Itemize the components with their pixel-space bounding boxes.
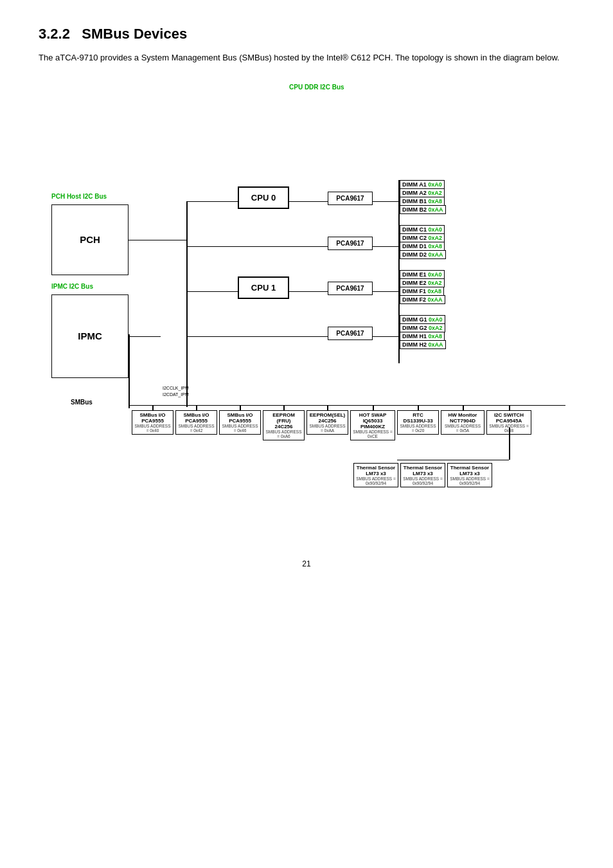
cpu0-pca2-line xyxy=(186,246,328,248)
smbus-io1: SMBus I/O PCA9555 SMBUS ADDRESS = 0x40 xyxy=(132,410,173,435)
dimm-f1: DIMM F1 0xA8 xyxy=(400,287,444,296)
ipmc-bus-label: IPMC I2C Bus xyxy=(51,283,93,290)
eeprom-fru: EEPROM (FRU) 24C256 SMBUS ADDRESS = 0xA6 xyxy=(263,410,305,440)
drop6 xyxy=(373,405,374,410)
ipmc-box: IPMC xyxy=(51,294,129,378)
cpu0-pca1-line xyxy=(289,201,328,203)
pca1-1-box: PCA9617 xyxy=(328,282,373,295)
cpu1-box: CPU 1 xyxy=(238,276,289,299)
thermal-sensor1: Thermal Sensor LM73 x3 SMBUS ADDRESS = 0… xyxy=(353,463,398,487)
dimm-d1: DIMM D1 0xA8 xyxy=(400,242,445,251)
sep1 xyxy=(186,240,188,240)
hot-swap: HOT SWAP IQ65033 PIM400KZ SMBUS ADDRESS … xyxy=(350,410,395,440)
pca4-dimm-line xyxy=(373,336,398,338)
cpu1-pca1-line xyxy=(289,291,328,293)
pca0-1-box: PCA9617 xyxy=(328,192,373,205)
smbus-io3: SMBus I/O PCA9555 SMBUS ADDRESS = 0x46 xyxy=(219,410,261,435)
dimm-c1: DIMM C1 0xA0 xyxy=(400,225,445,234)
drop7 xyxy=(418,405,419,410)
thermal-v1 xyxy=(509,428,510,460)
diagram-area: CPU DDR I2C Bus PCH Host I2C Bus IPMC I2… xyxy=(39,84,591,547)
drop3 xyxy=(240,405,241,410)
pch-line-h xyxy=(129,240,186,241)
eeprom-sel: EEPROM(SEL) 24C256 SMBUS ADDRESS = 0xAA xyxy=(306,410,348,435)
pch-box: PCH xyxy=(51,204,129,275)
dimm-e2: DIMM E2 0xA2 xyxy=(400,278,445,287)
dimm-c2: DIMM C2 0xA2 xyxy=(400,233,445,242)
cpu-ddr-bus-label: CPU DDR I2C Bus xyxy=(289,84,344,91)
page-number: 21 xyxy=(39,559,574,568)
pca0-2-box: PCA9617 xyxy=(328,237,373,250)
dimm-a1: DIMM A1 0xA0 xyxy=(400,180,445,189)
main-v-line xyxy=(186,201,188,407)
cpu1-line xyxy=(186,291,238,293)
pch-host-bus-label: PCH Host I2C Bus xyxy=(51,193,107,200)
cpu0-box: CPU 0 xyxy=(238,186,289,209)
description: The aTCA-9710 provides a System Manageme… xyxy=(39,51,574,64)
dimm-a2: DIMM A2 0xA2 xyxy=(400,188,445,197)
dimm-g1: DIMM G1 0xA0 xyxy=(400,315,445,324)
dimm-e1: DIMM E1 0xA0 xyxy=(400,270,445,279)
dimm-d2: DIMM D2 0xAA xyxy=(400,250,446,259)
cpu0-line xyxy=(186,201,238,203)
hw-monitor: HW Monitor NCT7904D SMBUS ADDRESS = 0x5A xyxy=(441,410,484,435)
section-title: 3.2.2 SMBus Devices xyxy=(39,26,574,42)
pca1-2-box: PCA9617 xyxy=(328,327,373,340)
smbus-label: SMBus xyxy=(71,399,93,406)
thermal-sensor3: Thermal Sensor LM73 x3 SMBUS ADDRESS = 0… xyxy=(447,463,492,487)
drop5 xyxy=(327,405,328,410)
dimm-b1: DIMM B1 0xA8 xyxy=(400,197,445,206)
drop2 xyxy=(196,405,197,410)
rtc: RTC DS1339U-33 SMBUS ADDRESS = 0x20 xyxy=(397,410,439,435)
pca3-dimm-line xyxy=(373,291,398,293)
ipmc-line-h xyxy=(129,336,161,338)
drop9 xyxy=(509,405,510,410)
dimm-f2: DIMM F2 0xAA xyxy=(400,295,445,304)
smbus-v-line-left xyxy=(129,334,130,408)
dimm-h1: DIMM H1 0xA8 xyxy=(400,332,445,341)
drop1 xyxy=(152,405,154,410)
pca1-dimm-line xyxy=(373,201,398,203)
cpu1-pca2-line xyxy=(186,336,328,338)
dimm-g2: DIMM G2 0xA2 xyxy=(400,323,445,332)
drop4 xyxy=(283,405,285,410)
smbus-h-line xyxy=(129,405,565,406)
i2c-clk-label: I2CCLK_IPM xyxy=(163,386,189,390)
pca2-dimm-line xyxy=(373,246,398,248)
dimm-h2: DIMM H2 0xAA xyxy=(400,340,446,349)
thermal-sensor2: Thermal Sensor LM73 x3 SMBUS ADDRESS = 0… xyxy=(400,463,445,487)
dimm-b2: DIMM B2 0xAA xyxy=(400,205,446,214)
smbus-io2: SMBus I/O PCA9555 SMBUS ADDRESS = 0x42 xyxy=(175,410,217,435)
thermal-h1 xyxy=(397,460,509,461)
drop8 xyxy=(463,405,464,410)
i2c-dat-label: I2CDAT_IPM xyxy=(163,392,189,397)
